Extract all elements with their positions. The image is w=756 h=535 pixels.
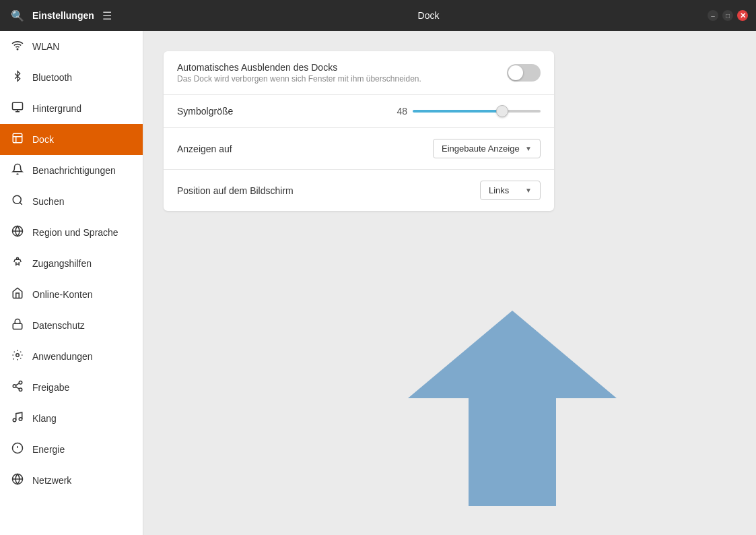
sidebar-item-klang[interactable]: Klang <box>0 403 143 434</box>
main-layout: WLAN Bluetooth Hintergrund Dock Benachri <box>0 31 756 535</box>
display-on-control: Eingebaute Anzeige ▼ <box>433 139 541 158</box>
dock-label: Dock <box>32 134 54 145</box>
sidebar-item-bluetooth[interactable]: Bluetooth <box>0 62 143 93</box>
auto-hide-toggle[interactable] <box>507 64 541 82</box>
window-controls: – □ ✕ <box>708 10 748 21</box>
suchen-icon <box>11 194 24 209</box>
sidebar-item-zugangshilfen[interactable]: Zugangshilfen <box>0 248 143 279</box>
svg-marker-27 <box>408 311 617 506</box>
slider-thumb <box>496 105 508 117</box>
sidebar-item-anwendungen[interactable]: Anwendungen <box>0 341 143 372</box>
content-area: Automatisches Ausblenden des Docks Das D… <box>143 31 756 535</box>
titlebar: 🔍 Einstellungen ☰ Dock – □ ✕ <box>0 0 756 31</box>
position-label: Position auf dem Bildschirm <box>177 185 472 196</box>
display-on-value: Eingebaute Anzeige <box>442 144 520 154</box>
svg-line-19 <box>15 383 19 385</box>
sidebar-item-datenschutz[interactable]: Datenschutz <box>0 310 143 341</box>
klang-label: Klang <box>32 413 57 424</box>
wlan-icon <box>11 39 24 54</box>
anwendungen-label: Anwendungen <box>32 351 93 362</box>
suchen-label: Suchen <box>32 196 64 207</box>
symbol-size-slider[interactable] <box>413 110 541 113</box>
maximize-button[interactable]: □ <box>722 10 733 21</box>
search-button[interactable]: 🔍 <box>8 7 27 25</box>
symbol-size-control: 48 <box>387 106 541 117</box>
svg-rect-13 <box>13 323 22 329</box>
auto-hide-row: Automatisches Ausblenden des Docks Das D… <box>164 51 554 95</box>
arrow-indicator <box>408 304 617 515</box>
sidebar-item-dock[interactable]: Dock <box>0 124 143 155</box>
netzwerk-icon <box>11 473 24 488</box>
region-icon <box>11 225 24 240</box>
sidebar: WLAN Bluetooth Hintergrund Dock Benachri <box>0 31 143 535</box>
svg-rect-1 <box>13 102 23 110</box>
benachrichtigungen-icon <box>11 163 24 178</box>
sidebar-item-netzwerk[interactable]: Netzwerk <box>0 465 143 496</box>
sidebar-item-online-konten[interactable]: Online-Konten <box>0 279 143 310</box>
bluetooth-icon <box>11 70 24 85</box>
position-value: Links <box>489 185 509 195</box>
settings-card: Automatisches Ausblenden des Docks Das D… <box>164 51 554 211</box>
datenschutz-icon <box>11 318 24 333</box>
sidebar-item-region[interactable]: Region und Sprache <box>0 217 143 248</box>
anwendungen-icon <box>11 349 24 364</box>
chevron-down-icon: ▼ <box>525 145 532 152</box>
datenschutz-label: Datenschutz <box>32 320 85 331</box>
region-label: Region und Sprache <box>32 227 118 238</box>
app-name: Einstellungen <box>32 10 94 21</box>
zugangshilfen-label: Zugangshilfen <box>32 258 92 269</box>
svg-point-17 <box>19 388 22 391</box>
sidebar-item-hintergrund[interactable]: Hintergrund <box>0 93 143 124</box>
display-on-dropdown[interactable]: Eingebaute Anzeige ▼ <box>433 139 541 158</box>
auto-hide-label: Automatisches Ausblenden des Docks <box>177 62 499 73</box>
svg-point-21 <box>19 418 22 421</box>
toggle-knob <box>508 65 523 80</box>
svg-line-8 <box>20 202 22 204</box>
netzwerk-label: Netzwerk <box>32 475 71 486</box>
sidebar-item-freigabe[interactable]: Freigabe <box>0 372 143 403</box>
bluetooth-label: Bluetooth <box>32 72 72 83</box>
svg-line-18 <box>15 387 19 389</box>
chevron-down-icon-2: ▼ <box>525 187 532 194</box>
close-button[interactable]: ✕ <box>737 10 748 21</box>
symbol-size-label: Symbolgröße <box>177 106 379 117</box>
freigabe-label: Freigabe <box>32 382 69 393</box>
position-row: Position auf dem Bildschirm Links ▼ <box>164 170 554 211</box>
klang-icon <box>11 411 24 426</box>
symbol-size-row: Symbolgröße 48 <box>164 95 554 128</box>
freigabe-icon <box>11 380 24 395</box>
position-label-group: Position auf dem Bildschirm <box>177 185 472 196</box>
online-konten-icon <box>11 287 24 302</box>
svg-point-7 <box>13 195 21 203</box>
online-konten-label: Online-Konten <box>32 289 93 300</box>
zugangshilfen-icon <box>11 256 24 271</box>
sidebar-item-energie[interactable]: Energie <box>0 434 143 465</box>
benachrichtigungen-label: Benachrichtigungen <box>32 165 116 176</box>
wlan-label: WLAN <box>32 41 59 52</box>
sidebar-item-suchen[interactable]: Suchen <box>0 186 143 217</box>
display-on-label-group: Anzeigen auf <box>177 144 425 154</box>
sidebar-item-wlan[interactable]: WLAN <box>0 31 143 62</box>
energie-icon <box>11 442 24 457</box>
position-control: Links ▼ <box>480 181 541 200</box>
window-title: Dock <box>149 10 708 21</box>
svg-point-16 <box>13 385 16 388</box>
dock-icon <box>11 132 24 147</box>
auto-hide-label-group: Automatisches Ausblenden des Docks Das D… <box>177 62 499 84</box>
minimize-button[interactable]: – <box>708 10 718 21</box>
energie-label: Energie <box>32 444 65 455</box>
svg-point-20 <box>13 418 16 422</box>
slider-value: 48 <box>387 106 407 117</box>
svg-point-15 <box>19 381 22 385</box>
svg-point-14 <box>16 354 20 357</box>
display-on-label: Anzeigen auf <box>177 144 425 154</box>
auto-hide-sublabel: Das Dock wird verborgen wenn sich Fenste… <box>177 74 499 84</box>
titlebar-left: 🔍 Einstellungen ☰ <box>8 7 149 25</box>
svg-rect-4 <box>13 133 22 143</box>
svg-point-0 <box>17 49 18 50</box>
position-dropdown[interactable]: Links ▼ <box>480 181 541 200</box>
menu-button[interactable]: ☰ <box>100 7 114 25</box>
sidebar-item-benachrichtigungen[interactable]: Benachrichtigungen <box>0 155 143 186</box>
display-on-row: Anzeigen auf Eingebaute Anzeige ▼ <box>164 128 554 170</box>
symbol-size-label-group: Symbolgröße <box>177 106 379 117</box>
